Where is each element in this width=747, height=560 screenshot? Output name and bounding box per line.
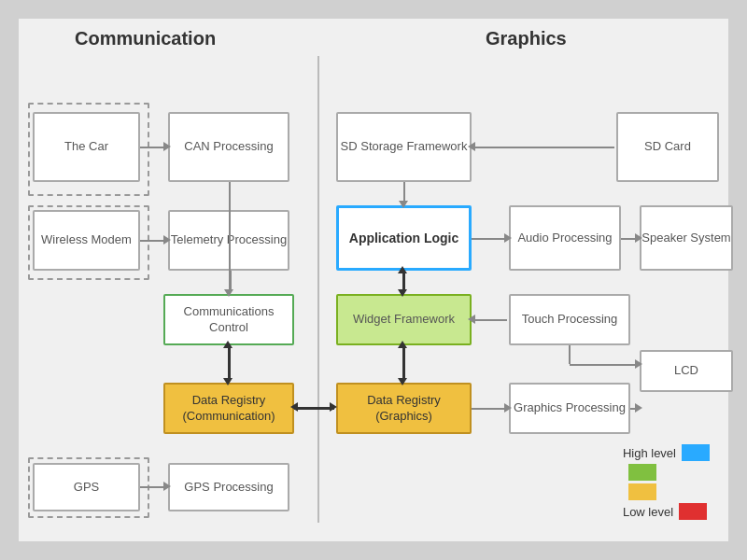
- legend-yellow: [623, 483, 710, 500]
- arrow-commctrl-datareg: [228, 345, 231, 381]
- arrowhead-applogic-widget-down: [398, 289, 407, 297]
- gps-box: GPS: [33, 463, 140, 511]
- legend-green-color: [628, 464, 656, 481]
- arrowhead-commctrl-datareg-up: [223, 341, 233, 348]
- communication-title: Communication: [75, 28, 216, 49]
- can-processing-box: CAN Processing: [168, 112, 289, 182]
- data-registry-graphics-box: Data Registry (Graphics): [336, 383, 472, 434]
- arrow-widget-touch: [472, 319, 507, 321]
- arrowhead-datareg-left: [290, 402, 298, 412]
- communications-control-box: Communications Control: [163, 294, 294, 345]
- arrowhead-datareg-gfx: [504, 403, 512, 413]
- widget-framework-box: Widget Framework: [336, 294, 472, 345]
- arrow-touch-lcd-h: [570, 364, 638, 366]
- touch-processing-box: Touch Processing: [509, 294, 630, 345]
- arrowhead-widget-datareg-down: [398, 378, 407, 385]
- sd-card-box: SD Card: [616, 112, 719, 182]
- arrow-datareg-bidirectional: [294, 407, 334, 410]
- arrow-car-can: [140, 147, 166, 148]
- legend: High level Low level: [623, 444, 710, 523]
- wireless-modem-box: Wireless Modem: [33, 210, 140, 271]
- sd-storage-box: SD Storage Framework: [336, 112, 472, 182]
- legend-green: [623, 464, 710, 481]
- speaker-system-box: Speaker System: [640, 205, 733, 271]
- divider: [317, 56, 319, 523]
- arrowhead-can-commctrl: [224, 289, 233, 297]
- graphics-title: Graphics: [486, 28, 567, 49]
- arrowhead-datareg-right: [330, 402, 337, 412]
- arrowhead-modem-telemetry: [163, 235, 171, 245]
- legend-low-red: [679, 503, 707, 520]
- arrow-gps: [140, 486, 166, 488]
- arrow-modem-telemetry: [140, 240, 166, 242]
- arrowhead-applogic-audio: [504, 233, 512, 243]
- arrow-tel-commctrl: [230, 271, 232, 292]
- legend-low: Low level: [623, 503, 710, 520]
- the-car-box: The Car: [33, 112, 140, 182]
- legend-yellow-color: [628, 483, 656, 500]
- arrow-touch-lcd: [569, 345, 571, 364]
- lcd-box: LCD: [640, 350, 733, 392]
- arrow-applogic-audio: [472, 238, 507, 240]
- legend-high-label: High level: [623, 446, 676, 460]
- gps-processing-box: GPS Processing: [168, 463, 289, 511]
- arrowhead-gps: [163, 482, 171, 491]
- data-registry-comm-box: Data Registry (Communication): [163, 383, 294, 434]
- application-logic-box: Application Logic: [336, 205, 472, 271]
- audio-processing-box: Audio Processing: [509, 205, 621, 271]
- arrowhead-sd-storage: [468, 142, 475, 151]
- legend-high: High level: [623, 444, 710, 461]
- arrowhead-car-can: [163, 142, 171, 151]
- arrow-sd-storage: [472, 147, 614, 148]
- arrowhead-sdstorage-applogic: [399, 201, 408, 208]
- arrowhead-applogic-widget-up: [398, 266, 407, 273]
- arrowhead-commctrl-datareg-down: [223, 378, 233, 385]
- arrowhead-gfx-lcd: [635, 403, 642, 413]
- arrow-widget-datareg-graphics: [402, 345, 405, 381]
- arrowhead-touch-lcd: [635, 359, 642, 369]
- graphics-processing-box: Graphics Processing: [509, 383, 630, 434]
- legend-high-blue: [682, 444, 710, 461]
- arrowhead-widget-datareg-up: [398, 341, 407, 348]
- arrow-datareg-gfx: [472, 408, 507, 410]
- arrowhead-widget-touch: [468, 315, 475, 324]
- arrowhead-audio-speaker: [635, 233, 642, 243]
- legend-low-label: Low level: [623, 505, 673, 519]
